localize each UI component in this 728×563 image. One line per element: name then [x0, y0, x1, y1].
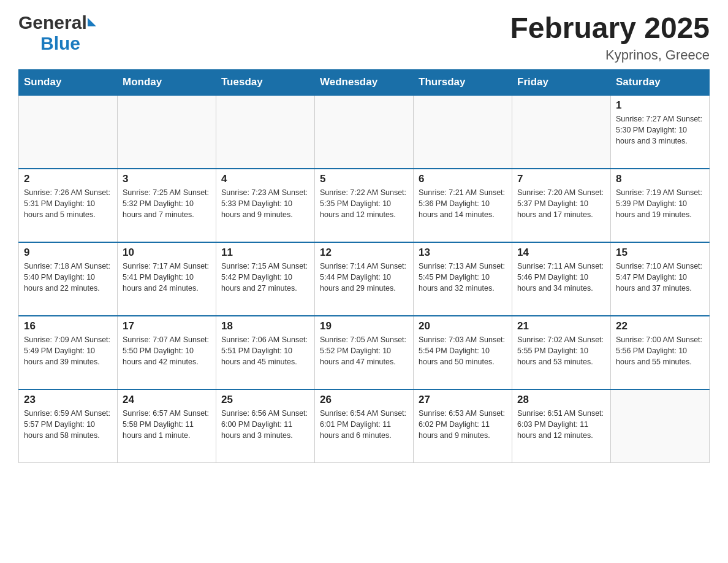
weekday-header-saturday: Saturday — [611, 69, 710, 95]
day-info: Sunrise: 6:56 AM Sunset: 6:00 PM Dayligh… — [221, 408, 309, 441]
day-number: 27 — [419, 394, 507, 406]
week-row-1: 1Sunrise: 7:27 AM Sunset: 5:30 PM Daylig… — [19, 95, 710, 169]
day-number: 8 — [616, 173, 704, 185]
day-cell — [414, 95, 512, 169]
day-cell — [611, 389, 710, 463]
day-number: 26 — [320, 394, 408, 406]
logo-blue-text: Blue — [40, 33, 80, 54]
calendar-table: SundayMondayTuesdayWednesdayThursdayFrid… — [18, 69, 710, 464]
day-info: Sunrise: 7:09 AM Sunset: 5:49 PM Dayligh… — [24, 334, 112, 367]
day-number: 22 — [616, 320, 704, 332]
day-cell: 15Sunrise: 7:10 AM Sunset: 5:47 PM Dayli… — [611, 242, 710, 316]
day-cell — [512, 95, 611, 169]
day-number: 12 — [320, 247, 408, 259]
day-cell: 22Sunrise: 7:00 AM Sunset: 5:56 PM Dayli… — [611, 316, 710, 389]
day-number: 6 — [419, 173, 507, 185]
day-info: Sunrise: 7:02 AM Sunset: 5:55 PM Dayligh… — [517, 334, 605, 367]
day-cell: 20Sunrise: 7:03 AM Sunset: 5:54 PM Dayli… — [414, 316, 512, 389]
week-row-5: 23Sunrise: 6:59 AM Sunset: 5:57 PM Dayli… — [19, 389, 710, 463]
page-header: General Blue February 2025 Kyprinos, Gre… — [18, 12, 710, 63]
day-info: Sunrise: 6:57 AM Sunset: 5:58 PM Dayligh… — [123, 408, 211, 441]
day-info: Sunrise: 7:25 AM Sunset: 5:32 PM Dayligh… — [123, 187, 211, 220]
day-info: Sunrise: 7:13 AM Sunset: 5:45 PM Dayligh… — [419, 261, 507, 294]
day-number: 2 — [24, 173, 112, 185]
day-cell: 26Sunrise: 6:54 AM Sunset: 6:01 PM Dayli… — [315, 389, 414, 463]
weekday-header-thursday: Thursday — [414, 69, 512, 95]
day-info: Sunrise: 6:59 AM Sunset: 5:57 PM Dayligh… — [24, 408, 112, 441]
day-cell: 13Sunrise: 7:13 AM Sunset: 5:45 PM Dayli… — [414, 242, 512, 316]
day-cell: 25Sunrise: 6:56 AM Sunset: 6:00 PM Dayli… — [216, 389, 315, 463]
day-cell: 18Sunrise: 7:06 AM Sunset: 5:51 PM Dayli… — [216, 316, 315, 389]
day-cell: 23Sunrise: 6:59 AM Sunset: 5:57 PM Dayli… — [19, 389, 118, 463]
day-cell: 9Sunrise: 7:18 AM Sunset: 5:40 PM Daylig… — [19, 242, 118, 316]
day-number: 5 — [320, 173, 408, 185]
day-info: Sunrise: 7:10 AM Sunset: 5:47 PM Dayligh… — [616, 261, 704, 294]
weekday-header-sunday: Sunday — [19, 69, 118, 95]
logo: General Blue — [18, 12, 96, 54]
day-cell: 27Sunrise: 6:53 AM Sunset: 6:02 PM Dayli… — [414, 389, 512, 463]
weekday-header-wednesday: Wednesday — [315, 69, 414, 95]
day-info: Sunrise: 7:15 AM Sunset: 5:42 PM Dayligh… — [221, 261, 309, 294]
day-info: Sunrise: 7:21 AM Sunset: 5:36 PM Dayligh… — [419, 187, 507, 220]
day-cell: 28Sunrise: 6:51 AM Sunset: 6:03 PM Dayli… — [512, 389, 611, 463]
location: Kyprinos, Greece — [510, 47, 710, 63]
day-number: 20 — [419, 320, 507, 332]
day-cell — [19, 95, 118, 169]
weekday-header-tuesday: Tuesday — [216, 69, 315, 95]
day-number: 23 — [24, 394, 112, 406]
day-info: Sunrise: 6:51 AM Sunset: 6:03 PM Dayligh… — [517, 408, 605, 441]
day-cell: 24Sunrise: 6:57 AM Sunset: 5:58 PM Dayli… — [118, 389, 216, 463]
day-number: 17 — [123, 320, 211, 332]
day-cell: 6Sunrise: 7:21 AM Sunset: 5:36 PM Daylig… — [414, 169, 512, 242]
weekday-header-friday: Friday — [512, 69, 611, 95]
day-number: 16 — [24, 320, 112, 332]
day-cell: 3Sunrise: 7:25 AM Sunset: 5:32 PM Daylig… — [118, 169, 216, 242]
day-info: Sunrise: 6:54 AM Sunset: 6:01 PM Dayligh… — [320, 408, 408, 441]
day-number: 15 — [616, 247, 704, 259]
day-cell — [216, 95, 315, 169]
week-row-4: 16Sunrise: 7:09 AM Sunset: 5:49 PM Dayli… — [19, 316, 710, 389]
day-cell: 10Sunrise: 7:17 AM Sunset: 5:41 PM Dayli… — [118, 242, 216, 316]
day-number: 28 — [517, 394, 605, 406]
logo-arrow-icon — [88, 18, 96, 26]
day-info: Sunrise: 7:11 AM Sunset: 5:46 PM Dayligh… — [517, 261, 605, 294]
day-info: Sunrise: 7:06 AM Sunset: 5:51 PM Dayligh… — [221, 334, 309, 367]
day-number: 24 — [123, 394, 211, 406]
day-cell: 5Sunrise: 7:22 AM Sunset: 5:35 PM Daylig… — [315, 169, 414, 242]
day-cell: 17Sunrise: 7:07 AM Sunset: 5:50 PM Dayli… — [118, 316, 216, 389]
day-number: 3 — [123, 173, 211, 185]
logo-general-text: General — [18, 12, 87, 33]
day-info: Sunrise: 7:23 AM Sunset: 5:33 PM Dayligh… — [221, 187, 309, 220]
day-info: Sunrise: 7:19 AM Sunset: 5:39 PM Dayligh… — [616, 187, 704, 220]
day-number: 7 — [517, 173, 605, 185]
day-cell: 4Sunrise: 7:23 AM Sunset: 5:33 PM Daylig… — [216, 169, 315, 242]
day-number: 10 — [123, 247, 211, 259]
day-cell — [118, 95, 216, 169]
day-cell: 1Sunrise: 7:27 AM Sunset: 5:30 PM Daylig… — [611, 95, 710, 169]
day-info: Sunrise: 7:00 AM Sunset: 5:56 PM Dayligh… — [616, 334, 704, 367]
day-number: 1 — [616, 99, 704, 112]
day-cell: 19Sunrise: 7:05 AM Sunset: 5:52 PM Dayli… — [315, 316, 414, 389]
title-block: February 2025 Kyprinos, Greece — [510, 12, 710, 63]
day-info: Sunrise: 7:14 AM Sunset: 5:44 PM Dayligh… — [320, 261, 408, 294]
day-number: 14 — [517, 247, 605, 259]
day-info: Sunrise: 7:03 AM Sunset: 5:54 PM Dayligh… — [419, 334, 507, 367]
day-info: Sunrise: 7:26 AM Sunset: 5:31 PM Dayligh… — [24, 187, 112, 220]
day-info: Sunrise: 7:22 AM Sunset: 5:35 PM Dayligh… — [320, 187, 408, 220]
day-cell — [315, 95, 414, 169]
day-info: Sunrise: 7:07 AM Sunset: 5:50 PM Dayligh… — [123, 334, 211, 367]
day-number: 4 — [221, 173, 309, 185]
weekday-header-monday: Monday — [118, 69, 216, 95]
day-number: 13 — [419, 247, 507, 259]
day-number: 21 — [517, 320, 605, 332]
day-cell: 14Sunrise: 7:11 AM Sunset: 5:46 PM Dayli… — [512, 242, 611, 316]
week-row-2: 2Sunrise: 7:26 AM Sunset: 5:31 PM Daylig… — [19, 169, 710, 242]
day-cell: 8Sunrise: 7:19 AM Sunset: 5:39 PM Daylig… — [611, 169, 710, 242]
day-cell: 12Sunrise: 7:14 AM Sunset: 5:44 PM Dayli… — [315, 242, 414, 316]
day-cell: 16Sunrise: 7:09 AM Sunset: 5:49 PM Dayli… — [19, 316, 118, 389]
day-info: Sunrise: 7:20 AM Sunset: 5:37 PM Dayligh… — [517, 187, 605, 220]
day-number: 9 — [24, 247, 112, 259]
day-cell: 21Sunrise: 7:02 AM Sunset: 5:55 PM Dayli… — [512, 316, 611, 389]
day-info: Sunrise: 6:53 AM Sunset: 6:02 PM Dayligh… — [419, 408, 507, 441]
day-cell: 2Sunrise: 7:26 AM Sunset: 5:31 PM Daylig… — [19, 169, 118, 242]
